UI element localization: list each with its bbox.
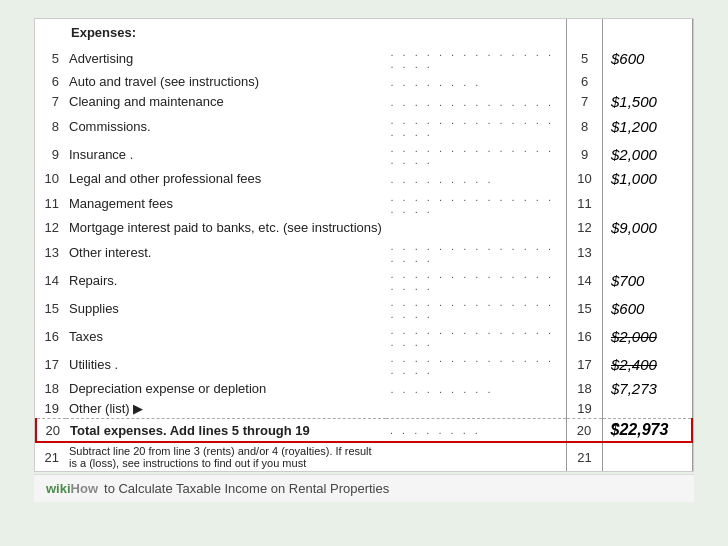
table-row: 10Legal and other professional fees. . .… [35, 168, 693, 189]
expense-description: Subtract line 20 from line 3 (rents) and… [65, 443, 387, 471]
expense-value: $22,973 [602, 419, 692, 443]
line-number: 15 [35, 294, 65, 322]
table-row: 20Total expenses. Add lines 5 through 19… [36, 419, 692, 443]
expense-description: Utilities . [65, 350, 387, 378]
expense-description: Insurance . [65, 140, 387, 168]
dot-leader: . . . . . . . . . . . . . . . . . . [387, 140, 567, 168]
box-number: 19 [567, 399, 603, 418]
wikihow-footer: wikiHow to Calculate Taxable Income on R… [34, 474, 694, 502]
empty-value [603, 19, 693, 44]
table-row: 12Mortgage interest paid to banks, etc. … [35, 217, 693, 238]
expense-description: Repairs. [65, 266, 387, 294]
line-number: 21 [35, 443, 65, 471]
expense-value [603, 443, 693, 471]
line-number: 20 [36, 419, 66, 443]
expense-description: Mortgage interest paid to banks, etc. (s… [65, 217, 387, 238]
expense-value: $1,000 [603, 168, 693, 189]
dot-leader [387, 399, 567, 418]
box-number: 14 [567, 266, 603, 294]
expense-description: Advertising [65, 44, 387, 72]
expense-description: Supplies [65, 294, 387, 322]
page-wrapper: Expenses: 5Advertising. . . . . . . . . … [0, 0, 728, 546]
line-number: 5 [35, 44, 65, 72]
expense-description: Other interest. [65, 238, 387, 266]
box-number: 10 [567, 168, 603, 189]
line-number: 14 [35, 266, 65, 294]
table-row: 18Depreciation expense or depletion. . .… [35, 378, 693, 399]
dot-leader [387, 443, 567, 471]
box-number: 21 [567, 443, 603, 471]
dot-leader: . . . . . . . . . [387, 378, 567, 399]
box-number: 7 [567, 91, 603, 112]
table-row: 9Insurance .. . . . . . . . . . . . . . … [35, 140, 693, 168]
form-container: Expenses: 5Advertising. . . . . . . . . … [34, 18, 694, 472]
dot-leader: . . . . . . . . . . . . . . . . . . [387, 112, 567, 140]
expense-value: $2,000 [603, 322, 693, 350]
expense-description: Taxes [65, 322, 387, 350]
table-row: 19Other (list) ▶19 [35, 399, 693, 418]
box-number: 15 [567, 294, 603, 322]
line-number: 12 [35, 217, 65, 238]
table-row: 21Subtract line 20 from line 3 (rents) a… [35, 443, 693, 471]
table-row: 6Auto and travel (see instructions). . .… [35, 72, 693, 91]
expense-value: $600 [603, 294, 693, 322]
wikihow-article-title: to Calculate Taxable Income on Rental Pr… [104, 481, 389, 496]
expense-value: $2,400 [603, 350, 693, 378]
line-number: 8 [35, 112, 65, 140]
line-number: 7 [35, 91, 65, 112]
expense-description: Cleaning and maintenance [65, 91, 387, 112]
box-number: 13 [567, 238, 603, 266]
expense-value: $600 [603, 44, 693, 72]
dot-leader: . . . . . . . . . . . . . . . . . . [387, 322, 567, 350]
box-number: 8 [567, 112, 603, 140]
line-number: 17 [35, 350, 65, 378]
expense-description: Other (list) ▶ [65, 399, 387, 418]
table-row: 15Supplies. . . . . . . . . . . . . . . … [35, 294, 693, 322]
empty-box [567, 19, 603, 44]
box-number: 11 [567, 189, 603, 217]
table-row: 16Taxes. . . . . . . . . . . . . . . . .… [35, 322, 693, 350]
dot-leader: . . . . . . . . . . . . . . . . . . [387, 294, 567, 322]
line-number: 13 [35, 238, 65, 266]
table-row: 17Utilities .. . . . . . . . . . . . . .… [35, 350, 693, 378]
box-number: 17 [567, 350, 603, 378]
section-header-row: Expenses: [35, 19, 693, 44]
dot-leader: . . . . . . . . . . . . . . . . . . [387, 189, 567, 217]
expense-rows: 5Advertising. . . . . . . . . . . . . . … [35, 44, 693, 471]
box-number: 9 [567, 140, 603, 168]
table-row: 5Advertising. . . . . . . . . . . . . . … [35, 44, 693, 72]
expense-description: Legal and other professional fees [65, 168, 387, 189]
box-number: 20 [566, 419, 602, 443]
expense-value: $9,000 [603, 217, 693, 238]
box-number: 12 [567, 217, 603, 238]
empty-linenum [35, 19, 65, 44]
expense-value [603, 189, 693, 217]
dot-leader: . . . . . . . . . . . . . . . . . . [387, 266, 567, 294]
expense-value [603, 399, 693, 418]
dot-leader: . . . . . . . . [387, 72, 567, 91]
line-number: 18 [35, 378, 65, 399]
table-row: 8Commissions.. . . . . . . . . . . . . .… [35, 112, 693, 140]
expense-description: Commissions. [65, 112, 387, 140]
expense-description: Management fees [65, 189, 387, 217]
expense-value: $1,500 [603, 91, 693, 112]
expense-description: Depreciation expense or depletion [65, 378, 387, 399]
dot-leader: . . . . . . . . . . . . . . . . . . [387, 44, 567, 72]
line-number: 6 [35, 72, 65, 91]
expense-description: Total expenses. Add lines 5 through 19 [66, 419, 386, 443]
section-header-label: Expenses: [65, 19, 567, 44]
dot-leader: . . . . . . . . . . . . . . [387, 91, 567, 112]
dot-leader: . . . . . . . . . . . . . . . . . . [387, 238, 567, 266]
box-number: 6 [567, 72, 603, 91]
table-row: 13Other interest.. . . . . . . . . . . .… [35, 238, 693, 266]
table-row: 7Cleaning and maintenance. . . . . . . .… [35, 91, 693, 112]
table-row: 11Management fees. . . . . . . . . . . .… [35, 189, 693, 217]
dot-leader: . . . . . . . . . [387, 168, 567, 189]
line-number: 9 [35, 140, 65, 168]
box-number: 18 [567, 378, 603, 399]
wikihow-logo: wikiHow [46, 481, 98, 496]
dot-leader [387, 217, 567, 238]
dot-leader: . . . . . . . . [386, 419, 566, 443]
expense-value: $700 [603, 266, 693, 294]
line-number: 16 [35, 322, 65, 350]
